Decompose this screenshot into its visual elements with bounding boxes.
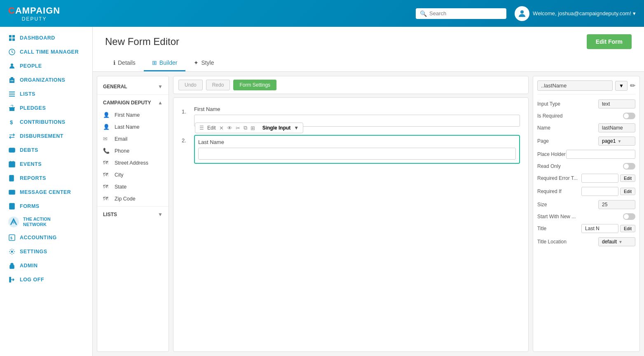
sidebar-item-disbursement[interactable]: DISBURSEMENT [0,129,92,143]
general-section-header[interactable]: GENERAL ▼ [97,80,169,93]
field-eye-icon[interactable]: 👁 [227,125,232,131]
sidebar-item-message-center[interactable]: MESSAGE CENTER [0,185,92,199]
rp-row-title-location: Title Location default ▼ [537,237,635,246]
field-label-1: First Name [194,106,520,112]
redo-button[interactable]: Redo [206,80,230,90]
lists-chevron: ▼ [158,212,163,217]
rp-input-place-holder[interactable] [566,150,635,159]
rp-label-page: Page [537,138,549,144]
rp-select-page[interactable]: page1 ▼ [598,137,635,146]
person-field-icon: 👤 [103,112,111,118]
rp-field-name-dropdown[interactable]: ▼ [615,81,628,91]
rp-toggle-is-required[interactable] [623,113,635,119]
search-input[interactable] [429,10,499,17]
rp-toggle-read-only[interactable] [623,163,635,170]
rp-edit-btn-required-error-t[interactable]: Edit [620,174,635,182]
tab-details[interactable]: ℹ Details [105,55,144,71]
rp-label-required-if: Required If [537,189,562,194]
field-item-email[interactable]: ✉ Email [97,133,169,145]
rp-toggle-start-with-new[interactable] [623,213,635,220]
building-icon [7,77,16,83]
sidebar-label-accounting: ACCOUNTING [20,235,57,240]
field-item-phone[interactable]: 📞 Phone [97,145,169,157]
field-type-label: Single Input [262,125,291,131]
sidebar-item-dashboard[interactable]: DASHBOARD [0,31,92,45]
campaign-deputy-section-header[interactable]: CAMPAIGN DEPUTY ▲ [97,97,169,109]
rp-input-title[interactable] [581,224,618,233]
rp-row-title: Title Edit [537,224,635,233]
field-more-icon[interactable]: ⊞ [251,125,255,131]
sidebar-item-organizations[interactable]: ORGANIZATIONS [0,73,92,87]
campaign-deputy-chevron: ▲ [158,100,163,106]
rp-select-page-value: page1 [602,138,616,144]
logo: CAMPAIGN DEPUTY [8,5,60,22]
field-item-state[interactable]: 🗺 State [97,181,169,193]
tab-builder[interactable]: ⊞ Builder [144,55,186,71]
center-panel: Undo Redo Form Settings 1. First Name [173,76,529,352]
rp-value-name: lastName [598,123,635,132]
tab-style[interactable]: ✦ Style [185,55,222,71]
lists-section-header[interactable]: LISTS ▼ [97,208,169,221]
rp-select-title-location[interactable]: default ▼ [598,237,635,246]
map-field-icon: 🗺 [103,160,111,166]
svg-rect-3 [9,38,12,41]
field-copy-icon[interactable]: ⧉ [244,125,247,131]
exchange-icon [7,133,16,139]
undo-button[interactable]: Undo [178,80,203,90]
field-type-dropdown[interactable]: ▼ [294,125,299,131]
edit-form-button[interactable]: Edit Form [587,34,632,49]
sidebar-item-people[interactable]: PEOPLE [0,59,92,73]
sidebar-item-action-network[interactable]: THE ACTIONNETWORK [0,213,92,231]
form-settings-button[interactable]: Form Settings [233,80,276,90]
field-item-first-name[interactable]: 👤 First Name [97,109,169,121]
sidebar-item-call-time-manager[interactable]: CALL TIME MANAGER [0,45,92,59]
field-item-city[interactable]: 🗺 City [97,169,169,181]
sidebar-item-log-off[interactable]: LOG OFF [0,273,92,287]
sidebar-item-forms[interactable]: FORMS [0,199,92,213]
sidebar-label-lists: LISTS [20,91,35,97]
svg-text:$: $ [10,236,13,240]
sidebar-item-accounting[interactable]: $ ACCOUNTING [0,231,92,245]
rp-row-right-title: Edit [581,224,635,233]
user-dropdown-icon: ▾ [633,10,636,17]
rp-pencil-icon[interactable]: ✏ [630,82,635,90]
rp-edit-btn-required-if[interactable]: Edit [620,188,635,195]
rp-row-right-required-if: Edit [581,187,635,196]
tabs: ℹ Details ⊞ Builder ✦ Style [105,55,632,71]
field-delete-icon[interactable]: ✕ [219,125,224,131]
user-menu[interactable]: Welcome, joshua@campaigndeputy.com! ▾ [515,6,636,21]
sidebar-item-contributions[interactable]: $ CONTRIBUTIONS [0,115,92,129]
rp-label-required-error-t: Required Error T... [537,175,578,181]
field-input-2[interactable] [198,148,516,160]
rp-input-required-if[interactable] [581,187,618,196]
logo-deputy: DEPUTY [8,16,60,22]
sidebar-item-debts[interactable]: DEBTS [0,143,92,157]
rp-row-input-type: Input Type text [537,99,635,108]
field-cut-icon[interactable]: ✂ [236,125,240,131]
sidebar-label-contributions: CONTRIBUTIONS [20,119,66,125]
toolbar: Undo Redo Form Settings [173,76,529,94]
field-item-zip-code[interactable]: 🗺 Zip Code [97,193,169,205]
form-field-wrap-2[interactable]: ☰ Edit ✕ 👁 ✂ ⧉ ⊞ Single Input ▼ Last Nam… [194,135,520,164]
rp-header: ..lastName ▼ ✏ [537,80,635,94]
rp-row-size: Size 25 [537,200,635,209]
gift-icon [7,105,16,111]
lists-label: LISTS [103,212,117,217]
person-icon [7,63,16,69]
sidebar-item-admin[interactable]: ADMIN [0,259,92,273]
rp-label-title: Title [537,226,546,231]
field-item-street-address[interactable]: 🗺 Street Address [97,157,169,169]
field-label-city: City [115,172,124,178]
sidebar-item-reports[interactable]: REPORTS [0,171,92,185]
sidebar-item-settings[interactable]: SETTINGS [0,245,92,259]
sidebar-item-events[interactable]: EVENTS [0,157,92,171]
field-item-last-name[interactable]: 👤 Last Name [97,121,169,133]
rp-row-required-if: Required If Edit [537,187,635,196]
rp-select-page-arrow: ▼ [617,139,621,144]
sidebar-item-lists[interactable]: LISTS [0,87,92,101]
rp-input-required-error-t[interactable] [581,174,618,183]
rp-edit-btn-title[interactable]: Edit [620,225,635,232]
rp-row-place-holder: Place Holder [537,150,635,159]
sidebar-item-pledges[interactable]: PLEDGES [0,101,92,115]
field-edit-btn[interactable]: Edit [207,125,216,131]
